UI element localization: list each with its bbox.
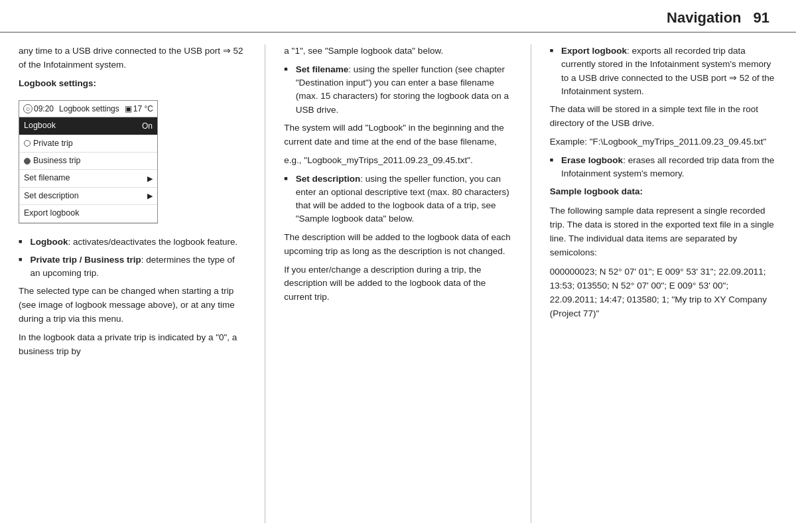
page-header: Navigation 91 [0, 0, 796, 33]
mid-bullets2: Set description: using the speller funct… [284, 172, 511, 226]
screen-row-filename[interactable]: Set filename ▶ [19, 170, 157, 187]
row-private-label: Private trip [24, 137, 73, 150]
logbook-screen: ○ 09:20 Logbook settings ▣ 17 °C Logbook… [19, 100, 158, 224]
right-example: Example: "F:\Logbook_myTrips_2011.09.23_… [550, 135, 777, 149]
row-business-label: Business trip [24, 155, 81, 167]
row-description-arrow: ▶ [147, 190, 153, 202]
bullet-trip-type: Private trip / Business trip: determines… [19, 253, 246, 281]
bullet-erase-text: Erase logbook: erases all recorded trip … [561, 154, 777, 181]
left-bullets: Logbook: activates/deactivates the logbo… [19, 235, 246, 281]
mid-bullets1: Set filename: using the speller function… [284, 63, 511, 117]
right-bullets2: Erase logbook: erases all recorded trip … [550, 154, 777, 181]
bullet-trip-text: Private trip / Business trip: determines… [30, 253, 246, 281]
mid-para4: If you enter/change a description during… [284, 263, 511, 305]
radio-business-icon [24, 158, 31, 165]
left-section-heading: Logbook settings: [19, 77, 246, 91]
right-para2: The following sample data represent a si… [550, 204, 777, 260]
screen-row-business[interactable]: Business trip [19, 153, 157, 170]
row-logbook-val: On [142, 120, 153, 133]
left-intro: any time to a USB drive connected to the… [19, 44, 246, 72]
screen-row-private[interactable]: Private trip [19, 135, 157, 153]
screen-time-value: 09:20 [34, 103, 54, 115]
row-filename-label: Set filename [24, 172, 70, 184]
temp-icon: ▣ [125, 103, 132, 115]
left-para2: In the logbook data a private trip is in… [19, 331, 246, 359]
right-section-heading: Sample logbook data: [550, 185, 777, 199]
screen-temp-value: 17 °C [133, 103, 153, 115]
bullet-logbook-text: Logbook: activates/deactivates the logbo… [30, 235, 237, 249]
main-content: any time to a USB drive connected to the… [0, 33, 796, 523]
right-sample-data: 000000023; N 52° 07' 01"; E 009° 53' 31"… [550, 265, 777, 321]
bullet-set-description: Set description: using the speller funct… [284, 172, 511, 226]
screen-row-export[interactable]: Export logbook [19, 205, 157, 222]
mid-para2: e.g., "Logbook_myTrips_2011.09.23_09.45.… [284, 154, 511, 168]
mid-para3: The description will be added to the log… [284, 231, 511, 259]
row-filename-arrow: ▶ [147, 173, 153, 184]
header-title: Navigation [667, 9, 741, 27]
left-para1: The selected type can be changed when st… [19, 285, 246, 326]
row-logbook-label: Logbook [24, 119, 56, 132]
mid-intro: a "1", see "Sample logbook data" below. [284, 44, 511, 58]
bullet-filename-text: Set filename: using the speller function… [296, 63, 512, 117]
screen-topbar: ○ 09:20 Logbook settings ▣ 17 °C [19, 101, 157, 118]
row-description-label: Set description [24, 190, 79, 202]
right-para1: The data will be stored in a simple text… [550, 103, 777, 131]
screen-row-logbook[interactable]: Logbook On [19, 117, 157, 135]
bullet-export-logbook: Export logbook: exports all recorded tri… [550, 44, 777, 98]
bullet-logbook: Logbook: activates/deactivates the logbo… [19, 235, 246, 249]
screen-title: Logbook settings [59, 103, 119, 115]
bullet-set-filename: Set filename: using the speller function… [284, 63, 511, 117]
column-left: any time to a USB drive connected to the… [0, 44, 265, 523]
column-mid: a "1", see "Sample logbook data" below. … [265, 44, 531, 523]
bullet-erase-logbook: Erase logbook: erases all recorded trip … [550, 154, 777, 181]
bullet-description-text: Set description: using the speller funct… [296, 172, 512, 226]
radio-private-icon [24, 140, 31, 147]
row-export-label: Export logbook [24, 207, 79, 220]
column-right: Export logbook: exports all recorded tri… [531, 44, 796, 523]
screen-temp: ▣ 17 °C [125, 103, 153, 115]
screen-row-description[interactable]: Set description ▶ [19, 188, 157, 205]
right-bullets1: Export logbook: exports all recorded tri… [550, 44, 777, 98]
screen-time: ○ 09:20 [23, 103, 54, 115]
header-page: 91 [754, 9, 769, 27]
mid-para1: The system will add "Logbook" in the beg… [284, 121, 511, 149]
clock-icon: ○ [23, 104, 33, 113]
bullet-export-text: Export logbook: exports all recorded tri… [561, 44, 777, 98]
